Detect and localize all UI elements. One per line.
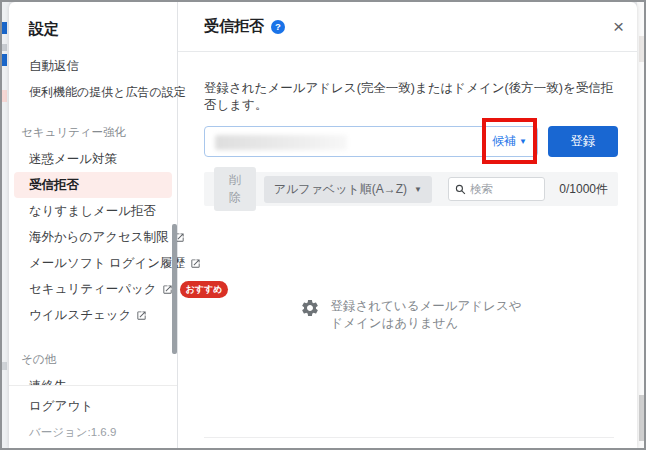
- logout-button[interactable]: ログアウト: [29, 398, 177, 415]
- delete-button[interactable]: 削除: [214, 167, 256, 211]
- empty-state: 登録されているメールアドレスや ドメインはありません: [204, 298, 618, 332]
- chevron-down-icon: ▼: [414, 185, 422, 194]
- settings-sidebar: 設定 自動返信 便利機能の提供と広告の設定 セキュリティー強化 迷惑メール対策 …: [9, 2, 178, 448]
- sidebar-item-virus-check[interactable]: ウイルスチェック: [9, 302, 177, 328]
- search-box: [448, 177, 545, 201]
- background-fragment: [2, 54, 7, 66]
- close-icon[interactable]: ×: [609, 15, 628, 38]
- sidebar-item-mail-software-login-history[interactable]: メールソフト ログイン履歴: [9, 250, 177, 276]
- suggest-button[interactable]: 候補 ▼: [492, 133, 527, 150]
- background-scrollbar[interactable]: [639, 395, 644, 441]
- sidebar-section-security: セキュリティー強化: [21, 125, 177, 140]
- help-icon[interactable]: ?: [271, 20, 285, 34]
- background-fragment: [2, 22, 7, 34]
- sidebar-item-block-reception[interactable]: 受信拒否: [14, 172, 172, 198]
- gear-icon: [300, 298, 320, 322]
- list-toolbar: 削除 アルファベット順(A→Z) ▼ 0/1000件: [204, 172, 618, 206]
- background-fragment: [2, 90, 7, 102]
- external-link-icon: [162, 284, 173, 295]
- sidebar-item-auto-reply[interactable]: 自動返信: [9, 53, 177, 79]
- sort-label: アルファベット順(A→Z): [274, 181, 407, 198]
- empty-state-text: 登録されているメールアドレスや ドメインはありません: [330, 298, 521, 332]
- sidebar-section-others: その他: [21, 352, 177, 367]
- background-page-right-edge: [637, 2, 644, 448]
- item-count-label: 0/1000件: [559, 181, 608, 198]
- annotation-highlight-box: 候補 ▼: [482, 118, 537, 164]
- background-fragment: [2, 44, 7, 51]
- address-entry-row: 候補 ▼ 登録: [204, 126, 618, 157]
- bottom-divider: [204, 437, 614, 438]
- sidebar-item-label: メールソフト ログイン履歴: [29, 255, 185, 272]
- sidebar-item-overseas-access[interactable]: 海外からのアクセス制限: [9, 224, 177, 250]
- background-fragment: [639, 36, 644, 62]
- blurred-address-value: [215, 135, 347, 150]
- sidebar-nav: 自動返信 便利機能の提供と広告の設定 セキュリティー強化 迷惑メール対策 受信拒…: [9, 53, 177, 399]
- sidebar-item-security-pack[interactable]: セキュリティーパック おすすめ: [9, 276, 177, 302]
- panel-title: 受信拒否: [204, 17, 264, 36]
- address-input[interactable]: 候補 ▼: [204, 126, 538, 157]
- description-text: 登録されたメールアドレス(完全一致)またはドメイン(後方一致)を受信拒否します。: [204, 80, 618, 114]
- sidebar-item-label: 海外からのアクセス制限: [29, 229, 169, 246]
- register-button[interactable]: 登録: [548, 126, 618, 157]
- empty-line-2: ドメインはありません: [330, 315, 521, 332]
- search-icon: [455, 184, 466, 195]
- sidebar-item-convenience-ads[interactable]: 便利機能の提供と広告の設定: [9, 79, 177, 105]
- version-label: バージョン:1.6.9: [29, 425, 177, 440]
- sidebar-title: 設定: [9, 2, 177, 39]
- empty-line-1: 登録されているメールアドレスや: [330, 298, 521, 315]
- suggest-label: 候補: [492, 133, 516, 150]
- sidebar-item-spoofing-rejection[interactable]: なりすましメール拒否: [9, 198, 177, 224]
- settings-modal-screen: 設定 自動返信 便利機能の提供と広告の設定 セキュリティー強化 迷惑メール対策 …: [0, 0, 646, 450]
- chevron-down-icon: ▼: [519, 137, 527, 146]
- sidebar-scrollbar[interactable]: [172, 224, 177, 354]
- sort-dropdown[interactable]: アルファベット順(A→Z) ▼: [264, 176, 432, 203]
- panel-header: 受信拒否 ? ×: [178, 2, 637, 52]
- sidebar-item-label: ウイルスチェック: [29, 307, 131, 324]
- block-reception-panel: 受信拒否 ? × 登録されたメールアドレス(完全一致)またはドメイン(後方一致)…: [178, 2, 637, 448]
- search-input[interactable]: [470, 183, 538, 195]
- background-fragment: [2, 362, 7, 370]
- sidebar-item-spam-protection[interactable]: 迷惑メール対策: [9, 146, 177, 172]
- sidebar-item-label: セキュリティーパック: [29, 281, 157, 298]
- background-page-left-edge: [2, 2, 9, 448]
- panel-body: 登録されたメールアドレス(完全一致)またはドメイン(後方一致)を受信拒否します。…: [178, 52, 637, 448]
- sidebar-footer: ログアウト バージョン:1.6.9: [9, 385, 177, 448]
- external-link-icon: [136, 310, 147, 321]
- settings-dialog: 設定 自動返信 便利機能の提供と広告の設定 セキュリティー強化 迷惑メール対策 …: [9, 2, 637, 448]
